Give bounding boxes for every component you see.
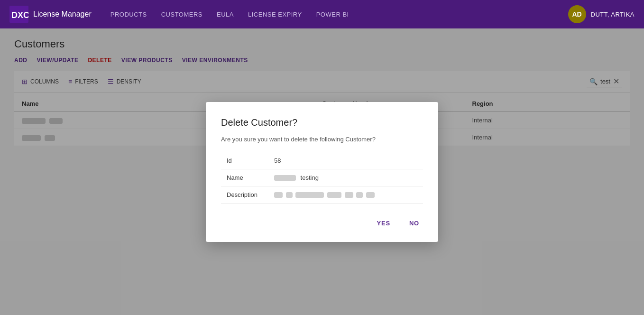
blurred-desc-2 (286, 192, 293, 198)
blurred-name-prefix (274, 175, 296, 181)
main-content: Customers ADD VIEW/UPDATE DELETE VIEW PR… (0, 28, 644, 315)
user-name: DUTT, ARTIKA (591, 11, 635, 18)
dialog-subtitle: Are you sure you want to delete the foll… (221, 136, 423, 143)
nav-power-bi[interactable]: POWER BI (316, 11, 349, 18)
blurred-desc-4 (327, 192, 341, 198)
yes-button[interactable]: YES (373, 218, 394, 229)
field-description-row: Description (221, 186, 423, 203)
blurred-desc-3 (295, 192, 324, 198)
field-id-label: Id (221, 152, 268, 169)
avatar: AD (568, 5, 586, 23)
no-button[interactable]: NO (405, 218, 423, 229)
delete-dialog: Delete Customer? Are you sure you want t… (206, 102, 438, 242)
navbar: DXC License Manager PRODUCTS CUSTOMERS E… (0, 0, 644, 28)
field-name-label: Name (221, 169, 268, 186)
nav-products[interactable]: PRODUCTS (110, 11, 147, 18)
nav-user: AD DUTT, ARTIKA (568, 5, 635, 23)
blurred-desc-7 (366, 192, 375, 198)
nav-eula[interactable]: EULA (217, 11, 234, 18)
brand: DXC License Manager (9, 6, 92, 23)
dxc-logo-icon: DXC (9, 6, 28, 23)
nav-customers[interactable]: CUSTOMERS (161, 11, 202, 18)
field-name-value: testing (268, 169, 423, 186)
modal-overlay: Delete Customer? Are you sure you want t… (0, 28, 644, 315)
field-id-value: 58 (268, 152, 423, 169)
field-description-value (268, 186, 423, 203)
nav-links: PRODUCTS CUSTOMERS EULA LICENSE EXPIRY P… (110, 11, 554, 18)
field-description-label: Description (221, 186, 268, 203)
svg-text:DXC: DXC (11, 10, 28, 20)
field-id-row: Id 58 (221, 152, 423, 169)
blurred-desc-5 (345, 192, 353, 198)
dialog-title: Delete Customer? (221, 117, 423, 128)
dialog-actions: YES NO (221, 218, 423, 229)
blurred-desc-6 (356, 192, 363, 198)
nav-license-expiry[interactable]: LICENSE EXPIRY (248, 11, 302, 18)
brand-title: License Manager (33, 10, 92, 19)
dialog-fields-table: Id 58 Name testing Description (221, 152, 423, 204)
field-name-row: Name testing (221, 169, 423, 186)
blurred-desc-1 (274, 192, 283, 198)
